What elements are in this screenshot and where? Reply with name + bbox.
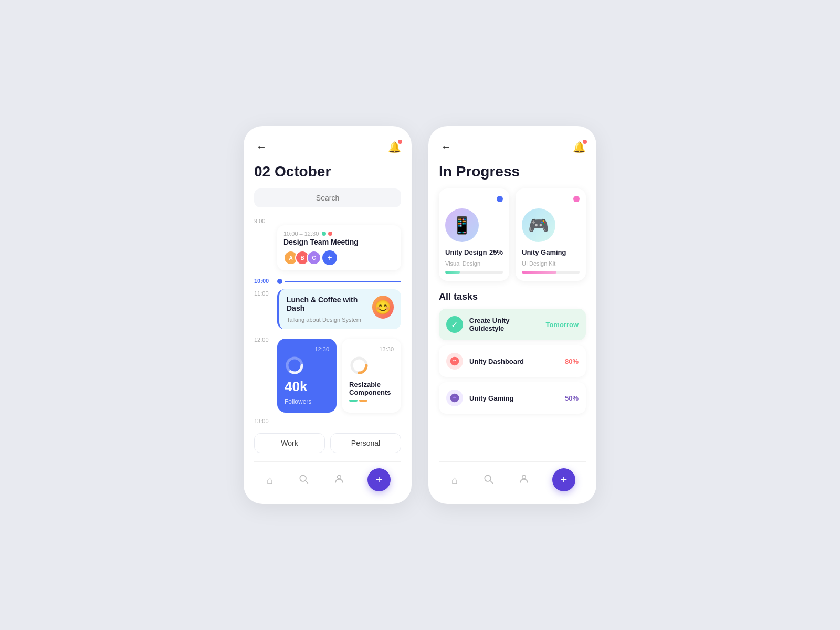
widget-time: 12:30 (314, 346, 329, 352)
time-9: 9:00 (254, 217, 273, 224)
task-check-guidestyle: ✓ (446, 316, 463, 333)
notification-icon-2[interactable]: 🔔 (573, 141, 586, 153)
followers-label: Followers (285, 398, 311, 405)
unity-gaming-progress-bar (522, 271, 580, 274)
task-pct-gaming: 50% (565, 394, 579, 402)
time-indicator (277, 279, 401, 284)
widget2-bars (349, 400, 368, 402)
widgets-row-outer: 12:00 12:30 40k Followers (254, 335, 401, 416)
svg-point-11 (522, 475, 526, 479)
task-name-gaming: Unity Gaming (469, 394, 514, 402)
current-time-label: 10:00 (254, 277, 273, 284)
time-dot (277, 279, 282, 284)
work-category-button[interactable]: Work (254, 433, 325, 453)
task-name-dashboard: Unity Dashboard (469, 358, 524, 365)
svg-line-10 (490, 480, 493, 483)
unity-gaming-name: Unity Gaming (522, 248, 566, 256)
user-nav-icon[interactable] (332, 471, 346, 489)
phone-progress: ← 🔔 In Progress 📱 Unity Design 25% (428, 126, 596, 504)
task-left-guidestyle: ✓ Create Unity Guidestyle (446, 316, 545, 333)
time-12: 12:00 (254, 335, 273, 343)
widget2-time: 13:30 (379, 346, 394, 352)
task-icon-gaming (446, 390, 463, 406)
donut-chart (349, 355, 369, 375)
bar-green (349, 400, 358, 402)
unity-gaming-bar-fill (522, 271, 556, 274)
lunch-event-card[interactable]: Lunch & Coffee with Dash Talking about D… (277, 289, 401, 329)
event-row-lunch: 11:00 Lunch & Coffee with Dash Talking a… (254, 289, 401, 334)
project-cards-row: 📱 Unity Design 25% Visual Design 🎮 (439, 188, 586, 281)
unity-gaming-card[interactable]: 🎮 Unity Gaming UI Design Kit (516, 188, 586, 281)
event-time-range: 10:00 – 12:30 (284, 230, 395, 237)
categories-row: Work Personal (254, 433, 401, 453)
unity-design-name: Unity Design (445, 248, 487, 256)
home-nav-icon-2[interactable]: ⌂ (449, 472, 460, 488)
followers-widget[interactable]: 12:30 40k Followers (277, 339, 337, 413)
task-guidestyle[interactable]: ✓ Create Unity Guidestyle Tomorrow (439, 309, 586, 340)
event-title: Design Team Meeting (284, 238, 395, 246)
unity-gaming-title-row: Unity Gaming (522, 248, 580, 256)
widget2-title: Resizable Components (349, 381, 394, 396)
unity-design-bar-fill (445, 271, 460, 274)
search-input[interactable] (254, 188, 401, 207)
timeline: 9:00 10:00 – 12:30 Desig (254, 217, 401, 426)
phone2-header: ← 🔔 (439, 139, 586, 155)
user-nav-icon-2[interactable] (517, 471, 531, 489)
unity-gaming-sub: UI Design Kit (522, 260, 580, 267)
avatar-3: C (307, 250, 321, 265)
bottom-nav-2: ⌂ + (439, 461, 586, 491)
bar-orange (359, 400, 368, 402)
project-dot-blue (497, 196, 503, 202)
time-row-13: 13:00 (254, 417, 401, 424)
home-nav-icon[interactable]: ⌂ (265, 472, 275, 488)
event-design-meeting[interactable]: 10:00 – 12:30 Design Team Meeting A B C … (277, 225, 401, 270)
search-nav-icon[interactable] (296, 471, 311, 489)
back-button[interactable]: ← (254, 139, 269, 155)
phone-calendar: ← 🔔 02 October 9:00 1 (244, 126, 412, 504)
time-11: 11:00 (254, 289, 273, 297)
task-gaming[interactable]: Unity Gaming 50% (439, 382, 586, 414)
task-dashboard[interactable]: Unity Dashboard 80% (439, 345, 586, 377)
resizable-widget[interactable]: 13:30 Resizable Components (342, 339, 401, 413)
notification-icon[interactable]: 🔔 (388, 141, 401, 153)
gaming-icon (449, 393, 460, 403)
task-pct-dashboard: 80% (565, 358, 579, 365)
svg-line-5 (306, 480, 308, 483)
unity-gaming-illustration: 🎮 (522, 208, 555, 242)
progress-page-title: In Progress (439, 163, 586, 180)
dot-green (322, 232, 326, 236)
pie-chart (285, 355, 304, 375)
project-dot-pink (573, 196, 580, 202)
lunch-title: Lunch & Coffee with Dash (287, 296, 372, 312)
unity-design-card[interactable]: 📱 Unity Design 25% Visual Design (439, 188, 509, 281)
notification-dot (398, 140, 402, 144)
unity-design-progress-bar (445, 271, 503, 274)
search-nav-icon-2[interactable] (481, 471, 496, 489)
phone1-header: ← 🔔 (254, 139, 401, 155)
add-avatar-button[interactable]: + (322, 250, 337, 265)
personal-category-button[interactable]: Personal (330, 433, 401, 453)
task-icon-dashboard (446, 353, 463, 370)
back-button-2[interactable]: ← (439, 139, 454, 155)
unity-design-pct: 25% (489, 248, 503, 256)
task-left-dashboard: Unity Dashboard (446, 353, 524, 370)
add-nav-button-2[interactable]: + (552, 468, 575, 491)
current-time-row: 10:00 (254, 277, 401, 288)
time-10 (254, 225, 273, 226)
bottom-nav: ⌂ + (254, 461, 401, 491)
task-name-guidestyle: Create Unity Guidestyle (469, 317, 546, 332)
svg-point-6 (338, 475, 341, 479)
task-pct-guidestyle: Tomorrow (545, 321, 579, 329)
unity-design-title-row: Unity Design 25% (445, 248, 503, 256)
time-row-9: 9:00 (254, 217, 401, 224)
unity-design-illustration: 📱 (445, 208, 479, 242)
add-nav-button[interactable]: + (368, 468, 391, 491)
dot-red (328, 232, 332, 236)
time-13: 13:00 (254, 417, 273, 424)
task-left-gaming: Unity Gaming (446, 390, 514, 406)
svg-point-7 (450, 357, 459, 366)
widgets-row: 12:30 40k Followers 13:30 (277, 339, 401, 413)
lunch-content: Lunch & Coffee with Dash Talking about D… (287, 296, 372, 323)
avatar-group: A B C + (284, 250, 395, 265)
page-date-title: 02 October (254, 163, 401, 180)
